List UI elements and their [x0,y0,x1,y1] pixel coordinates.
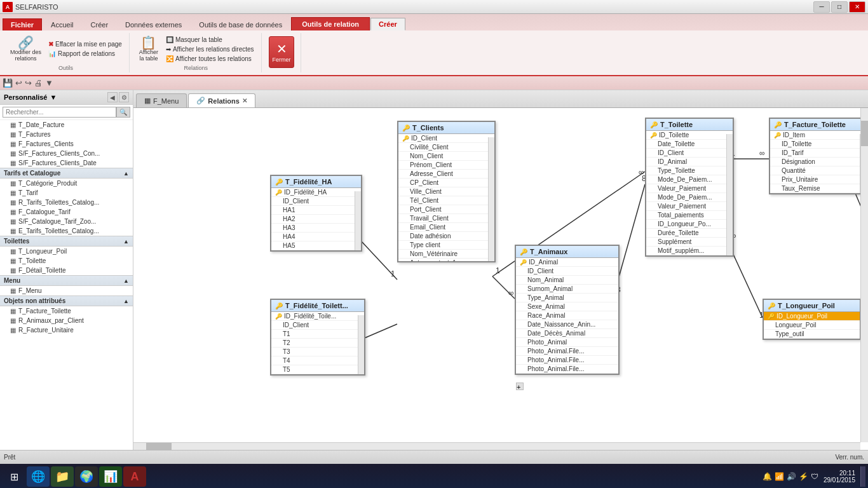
taskbar-chrome[interactable]: 🌍 [75,466,98,487]
fermer-button[interactable]: ✕ Fermer [269,36,294,68]
time-display: 20:11 [824,470,855,477]
tab-f-menu[interactable]: ▦ F_Menu [136,93,187,107]
search-button[interactable]: 🔍 [116,107,130,118]
table-row: 🔑ID_Toilette [646,131,733,140]
sidebar-item-t-factures[interactable]: ▦ T_Factures [0,130,133,139]
table-row: Photo_Animal.File... [516,365,618,374]
category-menu[interactable]: Menu ▲ [0,275,133,286]
afficher-toutes-btn[interactable]: 🔀 Afficher toutes les relations [164,55,256,63]
sidebar-item-t-categorie[interactable]: ▦ T_Catégorie_Produit [0,179,133,188]
tab-close-icon[interactable]: ✕ [242,97,247,104]
v-scroll-thumb[interactable] [861,121,868,146]
table-row: HA1 [271,206,361,215]
h-scroll-thumb[interactable] [146,443,172,450]
taskbar-access[interactable]: A [123,466,146,487]
horizontal-scrollbar[interactable] [133,442,860,450]
table-row: Valeur_Paiement [646,202,733,211]
sidebar-item-f-detail[interactable]: ▦ F_Détail_Toilette [0,266,133,275]
sidebar-dropdown-icon[interactable]: ▼ [50,93,57,101]
item-label: R_Tarifs_Toilettes_Catalog... [18,199,99,206]
scrollbar[interactable] [726,134,733,255]
close-button[interactable]: ✕ [849,1,865,13]
tab-relations[interactable]: 🔗 Relations ✕ [188,93,255,107]
modifier-relations-button[interactable]: 🔗 Modifier desrelations [8,35,44,63]
tab-donnees[interactable]: Données externes [117,18,190,30]
sidebar-item-t-toilette[interactable]: ▦ T_Toilette [0,256,133,266]
table-row: Civilité_Client [398,143,494,152]
table-icon: ▦ [10,131,16,138]
effacer-btn[interactable]: ✖ Effacer la mise en page [46,40,124,48]
explorer-icon: 📁 [55,470,69,484]
item-label: T_Catégorie_Produit [18,180,77,187]
save-qa-button[interactable]: 💾 [3,78,13,88]
scrollbar[interactable] [358,315,364,374]
table-icon: ▦ [10,199,16,206]
item-label: T_Longueur_Poil [18,248,67,255]
table-icon: ▦ [10,248,16,255]
title-left: A SELFARISTO [3,2,58,12]
key-icon: 🔑 [275,302,283,309]
afficher-table-button[interactable]: 📋 Afficherla table [136,35,161,63]
table-name: T_Longueur_Poil [778,302,835,309]
table-header: 🔑 T_Clients [398,122,494,134]
table-row: Tél_Client [398,196,494,205]
sidebar-item-t-tarif[interactable]: ▦ T_Tarif [0,188,133,198]
status-left: Prêt [4,454,15,461]
sidebar-settings-button[interactable]: ⚙ [119,92,129,102]
tab-accueil[interactable]: Accueil [43,18,81,30]
masquer-table-btn[interactable]: 🔲 Masquer la table [164,36,256,44]
sidebar-item-r-facture[interactable]: ▦ R_Facture_Unitaire [0,325,133,335]
tab-fichier[interactable]: Fichier [3,18,42,30]
vertical-scrollbar[interactable] [860,108,868,442]
table-header: 🔑 T_Longueur_Poil [764,300,860,312]
sidebar-item-sf-catalogue[interactable]: ▦ S/F_Catalogue_Tarif_Zoo... [0,217,133,226]
print-qa-button[interactable]: 🖨 [34,78,43,88]
sidebar-item-e-tarifs[interactable]: ▦ E_Tarifs_Toilettes_Catalog... [0,226,133,236]
table-row: Prénom_Client [398,161,494,170]
sidebar-item-r-animaux[interactable]: ▦ R_Animaux_par_Client [0,316,133,325]
qa-dropdown[interactable]: ▼ [45,78,53,88]
search-input[interactable] [3,107,116,118]
tab-creer2[interactable]: Créer [370,18,405,30]
modifier-icon: 🔗 [18,36,34,49]
maximize-button[interactable]: □ [831,1,848,13]
expand-icon[interactable]: + [516,383,524,390]
app-icon: A [3,2,13,12]
item-label: F_Factures_Clients [18,140,74,147]
tab-creer[interactable]: Créer [83,18,117,30]
show-desktop-button[interactable] [860,466,865,487]
rapport-btn[interactable]: 📊 Rapport de relations [46,50,124,58]
sidebar-item-f-catalogue[interactable]: ▦ F_Catalogue_Tarif [0,207,133,217]
sidebar-item-sf-factures-date[interactable]: ▦ S/F_Factures_Clients_Date [0,158,133,168]
scrollbar[interactable] [488,137,494,261]
sidebar-collapse-button[interactable]: ◀ [107,92,118,102]
category-toilettes[interactable]: Toilettes ▲ [0,236,133,247]
category-objets[interactable]: Objets non attribués ▲ [0,295,133,306]
taskbar-ie[interactable]: 🌐 [27,466,50,487]
undo-qa-button[interactable]: ↩ [15,78,22,88]
item-label: F_Détail_Toilette [18,267,65,274]
sidebar-item-f-factures[interactable]: ▦ F_Factures_Clients [0,139,133,149]
category-tarifs[interactable]: Tarifs et Catalogue ▲ [0,168,133,179]
redo-qa-button[interactable]: ↪ [25,78,32,88]
sidebar-item-t-longueur[interactable]: ▦ T_Longueur_Poil [0,247,133,256]
tab-outils-bdd[interactable]: Outils de base de données [191,18,290,30]
tab-icon: ▦ [144,97,151,105]
table-icon: ▦ [10,140,16,147]
fermer-buttons: ✕ Fermer [269,34,294,70]
tab-outils-relation[interactable]: Outils de relation [291,17,370,30]
taskbar-explorer[interactable]: 📁 [51,466,74,487]
taskbar-excel[interactable]: 📊 [99,466,122,487]
table-icon: ▦ [10,327,16,334]
minimize-button[interactable]: ─ [813,1,830,13]
scrollbar[interactable] [355,191,361,250]
key-icon: 🔑 [768,302,775,309]
sidebar-item-f-menu[interactable]: ▦ F_Menu [0,286,133,295]
start-button[interactable]: ⊞ [3,466,25,487]
afficher-directes-btn[interactable]: ➡ Afficher les relations directes [164,45,256,53]
sidebar-item-sf-factures-con[interactable]: ▦ S/F_Factures_Clients_Con... [0,149,133,158]
table-t-animaux: 🔑 T_Animaux 🔑ID_Animal ID_Client Nom_Ani… [515,245,620,375]
sidebar-item-r-tarifs[interactable]: ▦ R_Tarifs_Toilettes_Catalog... [0,198,133,207]
sidebar-item-t-date-facture[interactable]: ▦ T_Date_Facture [0,120,133,130]
sidebar-item-t-facture-toilette[interactable]: ▦ T_Facture_Toilette [0,306,133,316]
